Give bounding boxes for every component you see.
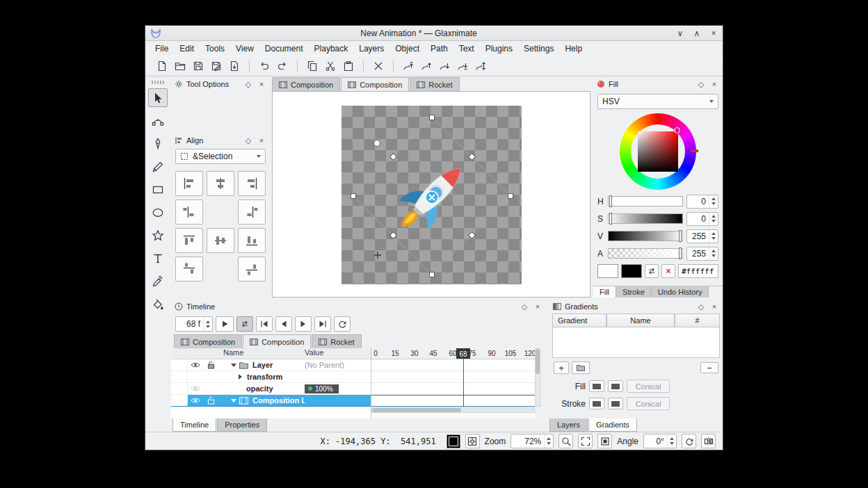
redo-button[interactable]	[274, 58, 291, 74]
align-top-button[interactable]	[175, 228, 203, 253]
focus-canvas-button[interactable]	[465, 434, 480, 448]
angle-spinbox[interactable]: 0°	[643, 434, 677, 448]
composition-layer-row[interactable]: Composition Layer	[171, 395, 371, 407]
chevron-down-icon[interactable]	[231, 364, 236, 367]
close-panel-icon[interactable]: ×	[533, 303, 542, 311]
tab-composition-1[interactable]: Composition	[272, 77, 340, 91]
save-as-button[interactable]	[208, 58, 225, 74]
opacity-value-chip[interactable]: 100%	[305, 384, 339, 393]
previous-frame-button[interactable]	[275, 316, 292, 332]
float-panel-icon[interactable]: ◇	[243, 137, 253, 145]
align-bottom-button[interactable]	[238, 228, 266, 253]
tab-rocket[interactable]: Rocket	[410, 77, 459, 91]
property-name[interactable]: transform	[246, 373, 305, 381]
anchor-handle[interactable]	[426, 191, 438, 204]
align-right-button[interactable]	[238, 171, 266, 196]
color-wheel[interactable]	[593, 111, 723, 193]
fill-header[interactable]: Fill ◇ ×	[593, 77, 723, 91]
fit-view-button[interactable]	[578, 434, 593, 448]
zoom-spinbox[interactable]: 72%	[511, 434, 554, 448]
keyframe-area[interactable]: 0 15 30 45 60 75 90 105 120 68	[371, 348, 535, 418]
timeline-vertical-scrollbar[interactable]	[535, 348, 540, 407]
align-v-center-button[interactable]	[207, 228, 234, 253]
gradients-header[interactable]: Gradients ◇ ×	[549, 300, 723, 314]
save-button[interactable]	[190, 58, 207, 74]
align-header[interactable]: Align ◇ ×	[171, 133, 270, 147]
delete-button[interactable]	[370, 58, 387, 74]
align-outside-left-button[interactable]	[175, 200, 203, 225]
timeline-horizontal-scrollbar[interactable]	[371, 407, 535, 413]
go-to-first-frame-button[interactable]	[256, 316, 273, 332]
saturation-spinbox[interactable]: 0	[686, 212, 718, 226]
freehand-tool-button[interactable]	[148, 157, 168, 176]
stroke-gradient-toggle-2[interactable]	[608, 398, 623, 409]
keyframe-track-selected[interactable]	[371, 395, 535, 407]
minimize-icon[interactable]: ∨	[676, 29, 684, 38]
name-column-header[interactable]: Name	[606, 314, 675, 327]
transform-row[interactable]: transform	[171, 371, 371, 383]
open-file-button[interactable]	[172, 58, 188, 74]
layer-row[interactable]: Layer (No Parent)	[171, 359, 371, 371]
opacity-row[interactable]: opacity 100%	[171, 383, 371, 395]
swap-colors-button[interactable]	[645, 264, 659, 278]
lower-button[interactable]	[436, 58, 453, 74]
current-color-indicator[interactable]	[447, 434, 460, 448]
saturation-slider[interactable]	[608, 213, 683, 224]
menu-file[interactable]: File	[150, 42, 174, 55]
clear-color-button[interactable]: ×	[661, 264, 675, 278]
color-picker-tool-button[interactable]	[148, 272, 168, 291]
fill-gradient-toggle-2[interactable]	[608, 380, 623, 392]
menu-text[interactable]: Text	[453, 42, 480, 55]
float-panel-icon[interactable]: ◇	[520, 303, 529, 311]
add-gradient-button[interactable]: +	[554, 361, 569, 374]
keyframe-track[interactable]	[371, 359, 535, 371]
fill-gradient-toggle[interactable]	[589, 380, 604, 392]
flip-view-button[interactable]	[701, 434, 716, 448]
timeline-tab-rocket[interactable]: Rocket	[312, 334, 361, 348]
menu-path[interactable]: Path	[425, 42, 453, 55]
value-spinbox[interactable]: 255	[686, 229, 718, 243]
text-tool-button[interactable]	[148, 249, 168, 268]
timeline-tab-composition-2[interactable]: Composition	[243, 334, 311, 348]
chevron-down-icon[interactable]	[231, 399, 236, 402]
count-column-header[interactable]: #	[675, 314, 720, 327]
property-name[interactable]: opacity	[245, 384, 305, 393]
ellipse-tool-button[interactable]	[148, 203, 168, 222]
close-panel-icon[interactable]: ×	[257, 137, 266, 145]
hue-slider[interactable]	[608, 196, 683, 206]
float-panel-icon[interactable]: ◇	[696, 303, 706, 311]
playhead[interactable]	[463, 348, 464, 407]
close-panel-icon[interactable]: ×	[709, 81, 719, 88]
export-button[interactable]	[226, 58, 243, 74]
value-column-header[interactable]: Value	[305, 348, 371, 359]
lock-toggle[interactable]	[203, 361, 218, 369]
bezier-tool-button[interactable]	[148, 134, 168, 153]
tool-options-header[interactable]: Tool Options ◇ ×	[171, 77, 270, 91]
hex-color-input[interactable]	[678, 264, 718, 278]
align-h-center-button[interactable]	[207, 171, 234, 196]
menu-object[interactable]: Object	[389, 42, 425, 55]
timeline-ruler[interactable]: 0 15 30 45 60 75 90 105 120 68	[371, 348, 535, 359]
rotate-handle[interactable]	[374, 140, 380, 147]
visibility-toggle[interactable]	[188, 361, 203, 368]
alpha-slider[interactable]	[608, 248, 683, 259]
record-keyframes-button[interactable]	[334, 316, 351, 332]
titlebar[interactable]: New Animation * — Glaxnimate ∨ ∧ ×	[145, 26, 723, 41]
cut-button[interactable]	[322, 58, 339, 74]
fill-gradient-type-button[interactable]: Conical	[627, 380, 670, 393]
keyframe-track[interactable]	[371, 371, 535, 383]
remove-gradient-button[interactable]: −	[700, 362, 718, 373]
saturation-value-square[interactable]	[638, 131, 678, 172]
timeline-tab-composition-1[interactable]: Composition	[174, 334, 242, 348]
menu-playback[interactable]: Playback	[309, 42, 354, 55]
actual-size-button[interactable]	[597, 434, 612, 448]
float-panel-icon[interactable]: ◇	[696, 81, 706, 88]
value-slider[interactable]	[608, 231, 683, 241]
slider-handle[interactable]	[609, 213, 612, 225]
maximize-icon[interactable]: ∧	[693, 29, 701, 38]
tab-undo-history[interactable]: Undo History	[652, 286, 709, 298]
scrollbar-thumb[interactable]	[536, 349, 540, 374]
frame-spinbox[interactable]: 68 f	[175, 316, 213, 332]
menu-plugins[interactable]: Plugins	[480, 42, 518, 55]
float-panel-icon[interactable]: ◇	[243, 81, 253, 88]
